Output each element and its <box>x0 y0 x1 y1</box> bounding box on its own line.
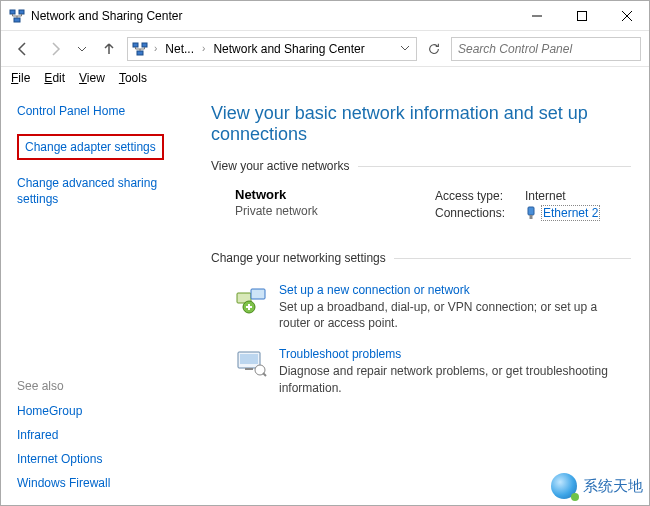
setup-connection-item: Set up a new connection or network Set u… <box>211 275 631 339</box>
ethernet-icon <box>525 206 537 220</box>
window-title-text: Network and Sharing Center <box>31 9 182 23</box>
recent-locations-button[interactable] <box>73 35 91 63</box>
sharing-center-icon <box>9 8 25 24</box>
window-title: Network and Sharing Center <box>9 8 514 24</box>
body: Control Panel Home Change adapter settin… <box>1 89 649 505</box>
close-button[interactable] <box>604 1 649 30</box>
group-active-networks-label: View your active networks <box>211 159 350 173</box>
svg-rect-13 <box>240 354 258 364</box>
menu-view[interactable]: View <box>79 71 105 85</box>
menu-tools-rest: ools <box>125 71 147 85</box>
svg-rect-0 <box>10 10 15 14</box>
sidebar-link-adapter-settings[interactable]: Change adapter settings <box>17 134 164 160</box>
group-change-settings-label: Change your networking settings <box>211 251 386 265</box>
sidebar-link-homegroup[interactable]: HomeGroup <box>17 404 195 418</box>
connections-label: Connections: <box>435 206 515 220</box>
troubleshoot-desc: Diagnose and repair network problems, or… <box>279 363 631 395</box>
divider <box>358 166 631 167</box>
svg-rect-8 <box>530 215 533 219</box>
maximize-button[interactable] <box>559 1 604 30</box>
network-details: Access type: Internet Connections: Ether… <box>435 187 631 223</box>
sidebar-link-internet-options[interactable]: Internet Options <box>17 452 195 466</box>
svg-rect-10 <box>251 289 265 299</box>
troubleshoot-title[interactable]: Troubleshoot problems <box>279 347 631 361</box>
sidebar-link-windows-firewall[interactable]: Windows Firewall <box>17 476 195 490</box>
menu-view-rest: iew <box>87 71 105 85</box>
network-type: Private network <box>235 204 415 218</box>
svg-rect-6 <box>137 51 143 55</box>
watermark: 系统天地 <box>551 473 643 499</box>
svg-rect-4 <box>133 43 138 47</box>
network-name: Network <box>235 187 415 202</box>
sidebar-spacer <box>17 212 195 373</box>
content: View your basic network information and … <box>201 89 649 505</box>
sidebar-link-home[interactable]: Control Panel Home <box>17 104 195 118</box>
group-change-settings: Change your networking settings <box>211 251 631 265</box>
breadcrumb-icon <box>132 41 148 57</box>
svg-rect-1 <box>19 10 24 14</box>
svg-rect-7 <box>528 207 534 215</box>
forward-button[interactable] <box>41 35 69 63</box>
chevron-right-icon[interactable]: › <box>200 43 207 54</box>
globe-icon <box>551 473 577 499</box>
group-active-networks: View your active networks <box>211 159 631 173</box>
menu-file[interactable]: File <box>11 71 30 85</box>
active-network-row: Network Private network Access type: Int… <box>211 183 631 233</box>
up-button[interactable] <box>95 35 123 63</box>
svg-rect-14 <box>245 368 253 370</box>
page-heading: View your basic network information and … <box>211 103 631 145</box>
setup-connection-title[interactable]: Set up a new connection or network <box>279 283 631 297</box>
sidebar: Control Panel Home Change adapter settin… <box>1 89 201 505</box>
svg-rect-5 <box>142 43 147 47</box>
sidebar-link-infrared[interactable]: Infrared <box>17 428 195 442</box>
svg-rect-3 <box>577 11 586 20</box>
nav-bar: › Net... › Network and Sharing Center <box>1 31 649 67</box>
breadcrumb-dropdown[interactable] <box>396 42 414 56</box>
connection-link[interactable]: Ethernet 2 <box>541 205 600 221</box>
title-bar: Network and Sharing Center <box>1 1 649 31</box>
divider <box>394 258 631 259</box>
network-identity: Network Private network <box>235 187 415 223</box>
setup-connection-icon <box>235 283 267 315</box>
chevron-right-icon[interactable]: › <box>152 43 159 54</box>
window-controls <box>514 1 649 30</box>
search-input[interactable] <box>451 37 641 61</box>
menu-edit[interactable]: Edit <box>44 71 65 85</box>
menu-tools[interactable]: Tools <box>119 71 147 85</box>
troubleshoot-icon <box>235 347 267 379</box>
breadcrumb-seg-1[interactable]: Net... <box>161 42 198 56</box>
access-type-label: Access type: <box>435 189 515 203</box>
menu-edit-rest: dit <box>52 71 65 85</box>
troubleshoot-item: Troubleshoot problems Diagnose and repai… <box>211 339 631 403</box>
sidebar-see-also-heading: See also <box>17 379 195 393</box>
setup-connection-desc: Set up a broadband, dial-up, or VPN conn… <box>279 299 631 331</box>
breadcrumb-seg-2[interactable]: Network and Sharing Center <box>209 42 394 56</box>
menu-file-rest: ile <box>18 71 30 85</box>
watermark-text: 系统天地 <box>583 477 643 496</box>
minimize-button[interactable] <box>514 1 559 30</box>
refresh-button[interactable] <box>421 37 447 61</box>
back-button[interactable] <box>9 35 37 63</box>
svg-rect-2 <box>14 18 20 22</box>
sidebar-link-advanced-sharing[interactable]: Change advanced sharing settings <box>17 176 195 207</box>
menu-bar: File Edit View Tools <box>1 67 649 89</box>
breadcrumb[interactable]: › Net... › Network and Sharing Center <box>127 37 417 61</box>
access-type-value: Internet <box>525 189 566 203</box>
